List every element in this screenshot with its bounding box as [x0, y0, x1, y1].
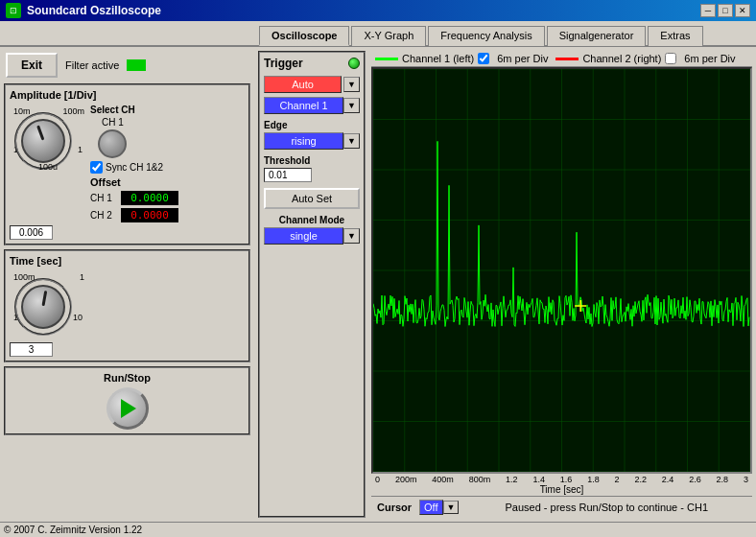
- trigger-title: Trigger: [264, 57, 303, 70]
- window-title: Soundcard Oszilloscope: [27, 4, 161, 17]
- ch1-checkbox[interactable]: [478, 53, 489, 64]
- ch2-label: Channel 2 (right): [582, 53, 661, 64]
- time-spinner-input[interactable]: [10, 342, 53, 357]
- x-label-2: 2: [615, 475, 620, 484]
- ch-mode-button[interactable]: single: [264, 227, 343, 245]
- trigger-edge-arrow[interactable]: ▼: [343, 133, 360, 149]
- trigger-channel-arrow[interactable]: ▼: [343, 98, 360, 113]
- title-buttons[interactable]: ─ □ ✕: [700, 4, 750, 17]
- ch1-select-knob[interactable]: [98, 129, 127, 158]
- trigger-mode-row: Auto ▼: [264, 76, 360, 93]
- tab-xy-graph[interactable]: X-Y Graph: [351, 26, 426, 46]
- tab-oscilloscope[interactable]: Oscilloscope: [259, 26, 349, 46]
- tabs-bar: Oscilloscope X-Y Graph Frequency Analysi…: [0, 21, 756, 47]
- main-container: Oscilloscope X-Y Graph Frequency Analysi…: [0, 21, 756, 537]
- copyright-text: © 2007 C. Zeimnitz Version 1.22: [4, 525, 142, 535]
- x-label-2.2: 2.2: [634, 475, 647, 484]
- ch1-line: [375, 58, 398, 60]
- amplitude-knob[interactable]: [14, 112, 72, 170]
- ch2-checkbox[interactable]: [665, 53, 676, 64]
- ch2-offset-value[interactable]: 0.0000: [121, 208, 178, 222]
- filter-indicator: [127, 59, 146, 71]
- time-knob-container: 100m 1 10m 10: [10, 270, 86, 339]
- amplitude-spinner: [10, 225, 245, 240]
- ch-mode-arrow[interactable]: ▼: [343, 228, 360, 244]
- offset-title: Offset: [90, 176, 245, 188]
- x-label-2.6: 2.6: [689, 475, 701, 484]
- threshold-spinner: [264, 168, 360, 182]
- x-label-1.2: 1.2: [506, 475, 518, 484]
- top-controls: Exit Filter active: [4, 51, 250, 80]
- scope-display: [373, 69, 750, 472]
- amplitude-knob-container: 10m 100m 1m 1 100u: [10, 105, 86, 174]
- tab-frequency-analysis[interactable]: Frequency Analysis: [428, 26, 544, 46]
- time-label-br: 10: [73, 313, 83, 322]
- cursor-off-button[interactable]: Off: [419, 500, 442, 515]
- time-label-tr: 1: [80, 272, 84, 282]
- edge-label: Edge: [264, 120, 360, 130]
- x-label-0: 0: [375, 475, 380, 484]
- tab-signalgenerator[interactable]: Signalgenerator: [547, 26, 647, 46]
- time-section: Time [sec] 100m 1 10m 10: [4, 249, 250, 362]
- x-label-1.4: 1.4: [532, 475, 545, 484]
- close-button[interactable]: ✕: [735, 4, 750, 17]
- trigger-mode-button[interactable]: Auto: [264, 76, 342, 93]
- sync-checkbox-row[interactable]: Sync CH 1&2: [90, 161, 245, 174]
- trigger-edge-row: rising ▼: [264, 132, 360, 150]
- x-label-2.4: 2.4: [662, 475, 674, 484]
- time-spinner: [10, 342, 245, 357]
- scope-wrapper: 0 200m 400m 800m 1.2 1.4 1.6 1.8 2 2.2 2…: [371, 67, 752, 496]
- trigger-mode-arrow[interactable]: ▼: [343, 77, 360, 92]
- title-bar-left: ⊡ Soundcard Oszilloscope: [6, 3, 161, 18]
- maximize-button[interactable]: □: [718, 4, 733, 17]
- x-label-800m: 800m: [469, 475, 491, 484]
- right-panel: Channel 1 (left) 6m per Div Channel 2 (r…: [369, 47, 756, 522]
- x-label-1.6: 1.6: [560, 475, 573, 484]
- ch1-offset-row: CH 1 0.0000: [90, 191, 245, 205]
- app-icon: ⊡: [6, 3, 21, 18]
- copyright-bar: © 2007 C. Zeimnitz Version 1.22: [0, 522, 756, 537]
- x-label-1.8: 1.8: [587, 475, 600, 484]
- x-tick-labels: 0 200m 400m 800m 1.2 1.4 1.6 1.8 2 2.2 2…: [373, 475, 750, 484]
- exit-button[interactable]: Exit: [6, 53, 58, 78]
- ch1-label: CH 1: [102, 117, 124, 128]
- cursor-dropdown: Off ▼: [419, 500, 459, 515]
- left-panel: Exit Filter active Amplitude [1/Div] 10m…: [0, 47, 254, 522]
- amplitude-section: Amplitude [1/Div] 10m 100m 1m 1 100u: [4, 83, 250, 245]
- auto-set-button[interactable]: Auto Set: [264, 188, 360, 209]
- amplitude-title: Amplitude [1/Div]: [10, 89, 245, 101]
- amp-label-br: 1: [78, 145, 83, 154]
- threshold-input[interactable]: [264, 168, 312, 182]
- tab-extras[interactable]: Extras: [648, 26, 702, 46]
- trigger-edge-button[interactable]: rising: [264, 132, 343, 150]
- amp-label-tr: 100m: [62, 106, 84, 116]
- ch1-offset-label: CH 1: [90, 193, 117, 203]
- time-title: Time [sec]: [10, 255, 245, 267]
- select-ch-label: Select CH: [90, 105, 135, 115]
- trigger-header: Trigger: [264, 57, 360, 70]
- sync-checkbox[interactable]: [90, 161, 103, 174]
- scope-canvas[interactable]: [371, 67, 752, 474]
- threshold-label: Threshold: [264, 155, 360, 166]
- ch2-offset-row: CH 2 0.0000: [90, 208, 245, 222]
- minimize-button[interactable]: ─: [700, 4, 716, 17]
- middle-panel: Trigger Auto ▼ Channel 1 ▼ Edge rising ▼…: [254, 47, 369, 522]
- bottom-bar: Cursor Off ▼ Paused - press Run/Stop to …: [371, 496, 752, 518]
- ch1-offset-value[interactable]: 0.0000: [121, 191, 178, 205]
- status-text: Paused - press Run/Stop to continue - CH…: [466, 502, 746, 513]
- amplitude-spinner-input[interactable]: [10, 225, 53, 240]
- offset-section: Offset CH 1 0.0000 CH 2 0.0000: [90, 176, 245, 222]
- x-axis-labels: 0 200m 400m 800m 1.2 1.4 1.6 1.8 2 2.2 2…: [371, 474, 752, 496]
- trigger-channel-button[interactable]: Channel 1: [264, 97, 343, 114]
- ch2-offset-label: CH 2: [90, 210, 117, 221]
- cursor-arrow[interactable]: ▼: [443, 501, 460, 514]
- ch1-per-div: 6m per Div: [497, 53, 548, 64]
- time-knob[interactable]: [14, 278, 72, 336]
- run-stop-button[interactable]: [106, 387, 149, 430]
- play-icon: [121, 399, 136, 418]
- cursor-label: Cursor: [377, 502, 412, 513]
- ch2-indicator: Channel 2 (right): [555, 53, 676, 64]
- x-label-2.8: 2.8: [717, 475, 729, 484]
- x-label-400m: 400m: [432, 475, 454, 484]
- runstop-section: Run/Stop: [4, 366, 250, 435]
